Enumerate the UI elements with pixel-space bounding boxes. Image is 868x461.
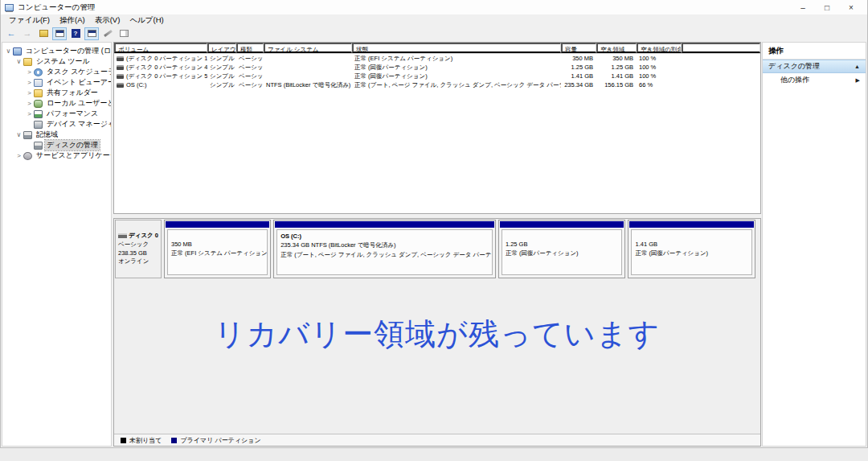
volume-name-cell: (ディスク 0 パーティション 4) [114,64,207,72]
tree-item[interactable]: > パフォーマンス [2,109,111,119]
menu-item[interactable]: 操作(A) [55,15,90,26]
expander-icon[interactable]: > [25,89,34,97]
column-header[interactable]: ボリューム [114,43,207,53]
tree-item-label: ディスクの管理 [45,140,100,150]
toolbar: ← → ? [1,26,867,41]
column-header[interactable]: レイアウト [207,43,236,53]
tree-item[interactable]: > サービスとアプリケーション [2,150,111,161]
column-header[interactable]: 種類 [236,43,264,53]
tree-item[interactable]: ディスクの管理 [2,140,111,150]
tree-item[interactable]: ∨ 記憶域 [2,130,111,140]
menu-item[interactable]: ファイル(F) [4,15,55,26]
toolbar-button[interactable] [84,27,99,40]
partition-block[interactable]: 1.41 GB 正常 (回復パーティション) [628,220,755,278]
volume-type: ベーシック [236,72,264,80]
tree-item[interactable]: > 共有フォルダー [2,88,111,98]
tree-item[interactable]: ∨ コンピューターの管理 (ローカル) [2,46,111,56]
disk-size: 238.35 GB [118,249,158,258]
toolbar-button[interactable] [117,27,131,40]
toolbar-button[interactable] [100,27,115,40]
volume-capacity: 235.34 GB [561,81,596,88]
toolbar-button[interactable]: ← [4,27,18,40]
volume-icon [117,83,124,88]
expander-icon[interactable]: ∨ [4,47,13,55]
volume-row[interactable]: (ディスク 0 パーティション 5) シンプル ベーシック 正常 (回復パーティ… [114,72,760,80]
partition-info: 1.41 GB 正常 (回復パーティション) [631,229,752,275]
partition-block[interactable]: 350 MB 正常 (EFI システム パーティション) [164,220,271,278]
expander-icon[interactable]: ∨ [14,58,23,65]
disk-row: ディスク 0 ベーシック 238.35 GB オンライン 350 MB 正常 [115,220,755,278]
disk-header[interactable]: ディスク 0 ベーシック 238.35 GB オンライン [115,220,162,278]
volume-capacity: 1.41 GB [561,72,596,80]
disk-type: ベーシック [118,241,158,249]
expander-icon[interactable]: > [25,100,34,107]
toolbar-button[interactable]: → [20,27,35,40]
toolbar-button[interactable]: ? [68,27,83,40]
volume-status: 正常 (回復パーティション) [352,64,561,72]
expander-icon[interactable]: > [14,152,23,159]
expander-icon[interactable]: ∨ [14,131,23,138]
column-header[interactable] [682,43,760,53]
legend-swatch [121,438,126,443]
tree-item-label: サービスとアプリケーション [35,150,112,161]
disk-icon [118,233,127,238]
expander-icon[interactable]: > [25,68,34,76]
partition-size-line: 235.34 GB NTFS (BitLocker で暗号化済み) [280,241,489,249]
column-header[interactable]: 状態 [352,43,561,53]
volume-free-space: 350 MB [596,55,637,62]
help-icon: ? [72,29,80,38]
volume-capacity: 1.25 GB [561,64,596,71]
tree-item[interactable]: ∨ システム ツール [2,56,111,67]
volume-type: ベーシック [236,64,264,72]
volume-name-cell: OS (C:) [114,81,207,88]
console-tree-panel: ∨ コンピューターの管理 (ローカル) ∨ システム ツール > タスク スケジ… [2,42,112,447]
legend-label: 未割り当て [129,436,162,445]
volume-type: ベーシック [236,81,264,89]
toolbar-button[interactable] [52,27,67,40]
tree-item[interactable]: デバイス マネージャー [2,119,111,130]
volume-icon [117,74,124,79]
expander-icon[interactable]: > [25,79,34,86]
volume-name: (ディスク 0 パーティション 1) [126,55,207,63]
storage-icon [23,131,32,139]
column-header[interactable]: ファイル システム [264,43,352,53]
close-button[interactable]: × [839,1,863,14]
partition-info: 1.25 GB 正常 (回復パーティション) [502,229,623,275]
column-header[interactable]: 容量 [561,43,596,53]
desktop-strip [0,448,868,461]
menu-item[interactable]: 表示(V) [90,15,125,26]
partition-block[interactable]: 1.25 GB 正常 (回復パーティション) [498,220,626,278]
screen: { "window": { "title": "コンピューターの管理", "co… [0,0,868,461]
partition-size-line: 1.25 GB [506,240,619,249]
tree-item[interactable]: > タスク スケジューラ [2,67,111,77]
partition-title [171,232,264,240]
toolbar-button[interactable] [36,27,51,40]
volume-row[interactable]: (ディスク 0 パーティション 4) シンプル ベーシック 正常 (回復パーティ… [114,63,760,72]
action-arrow-icon: ▶ [856,77,860,84]
column-header[interactable]: 空き領域 [596,43,637,53]
export-icon [39,30,48,37]
volume-free-space: 156.15 GB [596,81,637,88]
device-manager-icon [34,121,43,129]
volume-row[interactable]: OS (C:) シンプル ベーシック NTFS (BitLocker で暗号化済… [114,80,760,89]
volume-type: ベーシック [236,55,264,63]
partition-block[interactable]: OS (C:) 235.34 GB NTFS (BitLocker で暗号化済み… [273,220,496,278]
volume-list: ボリューム レイアウト 種類 ファイル システム 状態 容量 空き領域 空き領域… [113,42,761,214]
action-item[interactable]: 他の操作 ▶ [763,73,866,87]
volume-layout: シンプル [207,64,236,72]
menu-item[interactable]: ヘルプ(H) [125,15,168,26]
tree-item[interactable]: > イベント ビューアー [2,77,111,88]
tree-item-label: 共有フォルダー [45,88,100,98]
tree-item[interactable]: > ローカル ユーザーとグループ [2,98,111,109]
expander-icon[interactable]: > [25,110,34,117]
system-tools-icon [23,58,32,66]
shared-folder-icon [34,89,43,97]
action-item[interactable]: ディスクの管理 ▲ [763,60,866,73]
minimize-button[interactable]: – [791,1,815,14]
volume-row[interactable]: (ディスク 0 パーティション 1) シンプル ベーシック 正常 (EFI シス… [114,54,760,63]
restore-button[interactable]: □ [815,1,839,14]
tree-item-label: 記憶域 [35,130,59,140]
partition-color-strip [166,221,269,228]
legend-item: 未割り当て [121,436,162,445]
column-header[interactable]: 空き領域の割合 [637,43,682,53]
